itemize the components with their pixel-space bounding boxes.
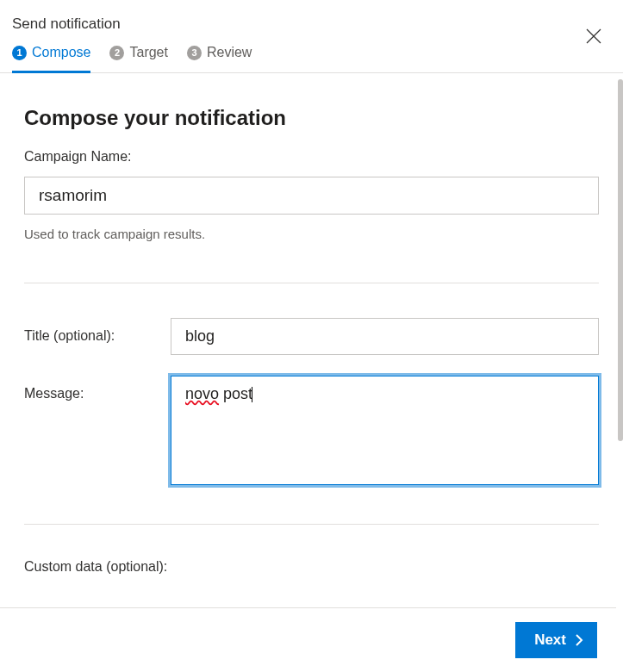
chevron-right-icon [575,634,583,646]
step-number-badge: 2 [109,46,124,60]
step-label: Target [129,45,167,60]
dialog-title: Send notification [12,16,604,33]
next-button-label: Next [534,632,566,649]
divider [24,524,599,525]
dialog-footer: Next [0,607,616,672]
campaign-name-field: Campaign Name: Used to track campaign re… [24,149,599,241]
close-icon [586,28,601,44]
title-field-row: Title (optional): [24,318,599,355]
message-field-row: Message: novo post [24,376,599,485]
text-caret [252,387,252,402]
wizard-step-review[interactable]: 3 Review [187,45,252,72]
message-word: post [223,385,252,402]
scrollbar-track[interactable] [616,79,623,596]
campaign-name-input[interactable] [24,177,599,215]
custom-data-label: Custom data (optional): [24,559,599,575]
message-word-misspelled: novo [185,385,219,402]
dialog-header: Send notification [0,0,623,33]
campaign-name-helper: Used to track campaign results. [24,227,599,241]
step-number-badge: 1 [12,46,27,60]
title-label: Title (optional): [24,318,171,344]
divider [24,283,599,283]
section-heading: Compose your notification [24,106,599,130]
scrollbar-thumb[interactable] [618,79,623,441]
message-input[interactable]: novo post [171,376,599,485]
next-button[interactable]: Next [515,622,597,658]
campaign-name-label: Campaign Name: [24,149,599,165]
message-label: Message: [24,376,171,401]
wizard-step-target[interactable]: 2 Target [109,45,167,72]
step-number-badge: 3 [187,46,202,60]
step-label: Review [207,45,252,60]
close-button[interactable] [583,26,604,47]
compose-content: Compose your notification Campaign Name:… [0,73,623,599]
step-label: Compose [32,45,90,60]
title-input[interactable] [171,318,599,355]
wizard-step-compose[interactable]: 1 Compose [12,45,90,72]
wizard-steps: 1 Compose 2 Target 3 Review [0,33,623,73]
